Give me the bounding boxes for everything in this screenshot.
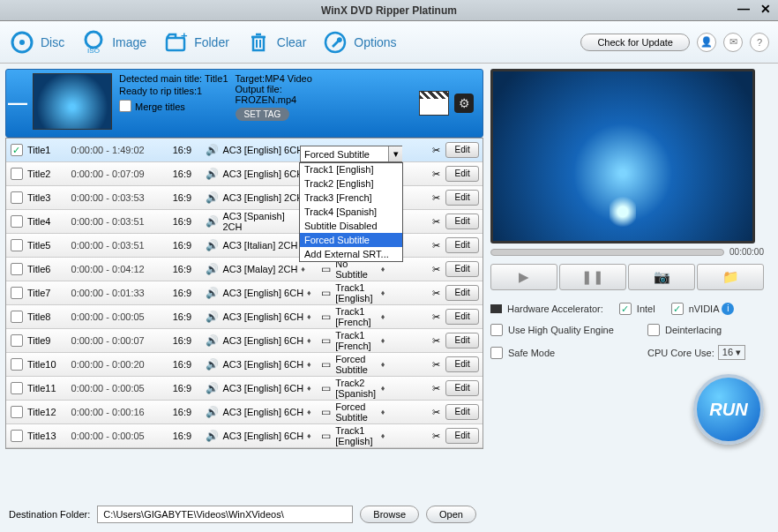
deinterlace-checkbox[interactable]	[647, 324, 660, 336]
table-row[interactable]: Title100:00:00 - 0:00:2016:9🔊AC3 [Englis…	[6, 353, 483, 377]
chevron-down-icon[interactable]: ▾	[388, 146, 402, 161]
crop-icon[interactable]: ✂	[426, 240, 445, 251]
audio-stepper[interactable]: ♦	[307, 431, 316, 440]
dropdown-item[interactable]: Track1 [English]	[300, 162, 402, 176]
row-checkbox[interactable]	[11, 406, 23, 418]
close-button[interactable]: ✕	[760, 2, 771, 16]
image-button[interactable]: ISO Image	[80, 29, 146, 56]
mail-icon[interactable]: ✉	[723, 33, 743, 52]
table-row[interactable]: Title80:00:00 - 0:00:0516:9🔊AC3 [English…	[6, 305, 483, 329]
edit-button[interactable]: Edit	[445, 309, 479, 325]
open-button[interactable]: Open	[426, 506, 476, 523]
play-button[interactable]: ▶	[490, 264, 557, 290]
pause-button[interactable]: ❚❚	[559, 264, 626, 290]
collapse-button[interactable]: —	[10, 73, 26, 133]
table-row[interactable]: Title70:00:00 - 0:01:3316:9🔊AC3 [English…	[6, 281, 483, 305]
edit-button[interactable]: Edit	[445, 380, 479, 396]
table-row[interactable]: Title60:00:00 - 0:04:1216:9🔊AC3 [Malay] …	[6, 258, 483, 281]
account-icon[interactable]: 👤	[697, 33, 716, 52]
edit-button[interactable]: Edit	[445, 214, 479, 229]
dropdown-item[interactable]: Track2 [English]	[300, 176, 402, 191]
crop-icon[interactable]: ✂	[426, 169, 445, 180]
crop-icon[interactable]: ✂	[426, 264, 445, 275]
edit-button[interactable]: Edit	[445, 356, 479, 372]
subtitle-stepper[interactable]: ♦	[381, 312, 427, 321]
folder-button[interactable]: + Folder	[162, 29, 229, 56]
edit-button[interactable]: Edit	[445, 237, 479, 253]
snapshot-button[interactable]: 📷	[628, 264, 695, 290]
edit-button[interactable]: Edit	[445, 142, 479, 158]
run-button[interactable]: RUN	[693, 374, 764, 445]
table-row[interactable]: Title30:00:00 - 0:03:5316:9🔊AC3 [English…	[6, 186, 483, 210]
edit-button[interactable]: Edit	[445, 190, 479, 206]
safemode-checkbox[interactable]	[490, 347, 503, 359]
table-row[interactable]: Title110:00:00 - 0:00:0516:9🔊AC3 [Englis…	[6, 377, 483, 401]
row-checkbox[interactable]	[11, 239, 23, 251]
options-button[interactable]: Options	[322, 29, 396, 56]
crop-icon[interactable]: ✂	[426, 335, 445, 347]
row-checkbox[interactable]	[11, 358, 23, 371]
subtitle-stepper[interactable]: ♦	[381, 336, 427, 345]
set-tag-button[interactable]: SET TAG	[236, 108, 290, 121]
subtitle-stepper[interactable]: ♦	[381, 265, 427, 273]
crop-icon[interactable]: ✂	[426, 407, 445, 418]
minimize-button[interactable]: —	[737, 2, 750, 16]
crop-icon[interactable]: ✂	[426, 359, 445, 371]
table-row[interactable]: Title20:00:00 - 0:07:0916:9🔊AC3 [English…	[6, 162, 483, 186]
audio-stepper[interactable]: ♦	[307, 288, 316, 297]
merge-checkbox[interactable]	[119, 100, 131, 112]
help-icon[interactable]: ?	[750, 33, 769, 52]
cpu-core-select[interactable]: 16 ▾	[718, 345, 745, 360]
table-row[interactable]: Title120:00:00 - 0:00:1616:9🔊AC3 [Englis…	[6, 401, 483, 424]
dropdown-item[interactable]: Forced Subtitle	[300, 233, 402, 247]
edit-button[interactable]: Edit	[445, 333, 479, 348]
table-row[interactable]: Title50:00:00 - 0:03:5116:9🔊AC3 [Italian…	[6, 234, 483, 258]
crop-icon[interactable]: ✂	[426, 145, 445, 156]
disc-button[interactable]: Disc	[9, 29, 64, 56]
row-checkbox[interactable]	[11, 144, 23, 156]
crop-icon[interactable]: ✂	[426, 216, 445, 228]
edit-button[interactable]: Edit	[445, 285, 479, 301]
clear-button[interactable]: Clear	[245, 29, 306, 56]
info-icon[interactable]: i	[722, 303, 734, 315]
row-checkbox[interactable]	[11, 191, 23, 204]
check-update-button[interactable]: Check for Update	[580, 34, 690, 51]
row-checkbox[interactable]	[11, 334, 23, 347]
table-row[interactable]: Title40:00:00 - 0:03:5116:9🔊AC3 [Spanish…	[6, 210, 483, 234]
edit-button[interactable]: Edit	[445, 428, 479, 444]
table-row[interactable]: Title10:00:00 - 1:49:0216:9🔊AC3 [English…	[6, 139, 483, 162]
row-checkbox[interactable]	[11, 215, 23, 228]
crop-icon[interactable]: ✂	[426, 431, 445, 442]
crop-icon[interactable]: ✂	[426, 383, 445, 394]
row-checkbox[interactable]	[11, 287, 23, 299]
row-checkbox[interactable]	[11, 263, 23, 275]
row-checkbox[interactable]	[11, 168, 23, 180]
subtitle-stepper[interactable]: ♦	[381, 288, 427, 297]
destination-input[interactable]	[97, 506, 353, 523]
subtitle-stepper[interactable]: ♦	[381, 408, 427, 416]
table-row[interactable]: Title130:00:00 - 0:00:0516:9🔊AC3 [Englis…	[6, 424, 483, 448]
intel-checkbox[interactable]	[619, 303, 632, 315]
settings-gear-icon[interactable]: ⚙	[454, 94, 474, 113]
edit-button[interactable]: Edit	[445, 261, 479, 277]
audio-stepper[interactable]: ♦	[307, 336, 316, 345]
hq-checkbox[interactable]	[490, 324, 503, 336]
edit-button[interactable]: Edit	[445, 166, 479, 182]
audio-stepper[interactable]: ♦	[307, 384, 316, 393]
audio-stepper[interactable]: ♦	[307, 408, 316, 416]
crop-icon[interactable]: ✂	[426, 288, 445, 299]
row-checkbox[interactable]	[11, 311, 23, 323]
edit-button[interactable]: Edit	[445, 404, 479, 420]
audio-stepper[interactable]: ♦	[301, 265, 310, 273]
subtitle-stepper[interactable]: ♦	[381, 384, 427, 393]
browse-button[interactable]: Browse	[360, 506, 419, 523]
subtitle-stepper[interactable]: ♦	[381, 360, 427, 369]
subtitle-dropdown[interactable]: Forced Subtitle▾ Track1 [English]Track2 …	[299, 162, 403, 262]
audio-stepper[interactable]: ♦	[307, 312, 316, 321]
dropdown-item[interactable]: Subtitle Disabled	[300, 219, 402, 233]
crop-icon[interactable]: ✂	[426, 311, 445, 323]
subtitle-stepper[interactable]: ♦	[381, 431, 427, 440]
audio-stepper[interactable]: ♦	[307, 360, 316, 369]
codec-icon[interactable]	[419, 91, 449, 116]
table-row[interactable]: Title90:00:00 - 0:00:0716:9🔊AC3 [English…	[6, 329, 483, 353]
